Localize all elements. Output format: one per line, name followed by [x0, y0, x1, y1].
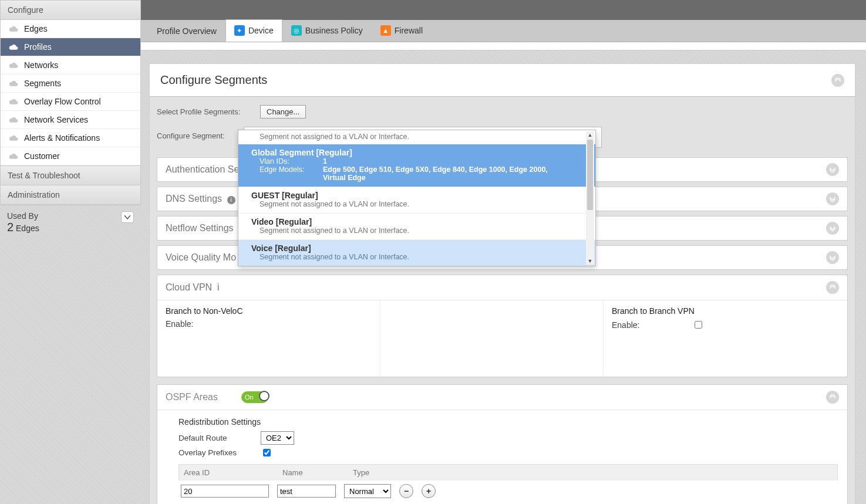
dropdown-item-sub: Segment not assigned to a VLAN or Interf…: [251, 253, 589, 261]
dropdown-item-video[interactable]: Video [Regular] Segment not assigned to …: [238, 214, 595, 240]
sidebar-item-label: Overlay Flow Control: [24, 97, 101, 106]
ospf-areas-panel: OSPF Areas On Redistribution Settings: [157, 384, 848, 504]
expand-button[interactable]: [826, 222, 839, 235]
collapse-button[interactable]: [826, 281, 839, 294]
dropdown-item-title: Global Segment [Regular]: [251, 148, 589, 157]
info-icon: i: [217, 282, 220, 292]
configure-segment-label: Configure Segment:: [157, 127, 244, 140]
sidebar-item-overlay-flow-control[interactable]: Overlay Flow Control: [1, 93, 140, 111]
expand-button[interactable]: [826, 251, 839, 264]
cloud-icon: [9, 25, 18, 32]
col-area-id: Area ID: [179, 465, 278, 481]
sidebar-item-segments[interactable]: Segments: [1, 75, 140, 93]
select-profile-segments-label: Select Profile Segments:: [157, 107, 244, 116]
sidebar-item-label: Network Services: [24, 115, 88, 124]
tab-firewall[interactable]: ▲ Firewall: [372, 19, 432, 42]
vpn-col-title: Branch to Non-VeloC: [166, 306, 372, 316]
cloud-icon: [9, 62, 18, 69]
sidebar-item-edges[interactable]: Edges: [1, 20, 140, 38]
cloud-icon: [9, 98, 18, 105]
area-id-input[interactable]: [181, 485, 269, 498]
chevron-up-icon: [835, 77, 841, 83]
cloud-vpn-panel: Cloud VPN i Branch to Non-VeloC Enable: …: [157, 275, 848, 377]
scroll-thumb[interactable]: [587, 140, 593, 210]
top-bar: [141, 0, 866, 20]
branch-to-branch-enable-checkbox[interactable]: [695, 321, 702, 329]
add-row-button[interactable]: +: [422, 484, 436, 498]
sidebar-item-networks[interactable]: Networks: [1, 56, 140, 75]
cloud-icon: [9, 80, 18, 87]
area-type-select[interactable]: Normal: [344, 484, 391, 498]
dropdown-item-sub: Segment not assigned to a VLAN or Interf…: [251, 200, 589, 208]
chevron-down-icon: [124, 215, 130, 219]
dropdown-item-global-segment[interactable]: Global Segment [Regular] Vlan IDs: 1 Edg…: [238, 144, 595, 187]
col-name: Name: [278, 465, 348, 481]
dropdown-item-voice[interactable]: Voice [Regular] Segment not assigned to …: [238, 240, 595, 266]
sidebar-item-alerts-notifications[interactable]: Alerts & Notifications: [1, 129, 140, 147]
edge-models-label: Edge Models:: [260, 165, 323, 182]
col-type: Type: [348, 465, 401, 481]
panel-title: Configure Segments: [160, 73, 267, 87]
sidebar-item-label: Networks: [24, 60, 58, 70]
accordion-label: Netflow Settings: [166, 223, 234, 233]
sidebar-header-test-troubleshoot[interactable]: Test & Troubleshoot: [1, 165, 140, 185]
tab-device[interactable]: ✦ Device: [225, 19, 282, 42]
toggle-knob-icon: [259, 391, 269, 401]
chevron-up-icon: [830, 394, 835, 400]
minus-icon: −: [404, 486, 409, 496]
tab-bar: Profile Overview ✦ Device ◎ Business Pol…: [141, 20, 866, 42]
tab-business-policy[interactable]: ◎ Business Policy: [282, 19, 372, 42]
enable-label: Enable:: [612, 320, 639, 330]
sidebar-item-label: Profiles: [24, 42, 52, 52]
dropdown-item-title: Voice [Regular]: [251, 243, 589, 253]
dropdown-scrollbar[interactable]: ▲ ▼: [586, 131, 594, 265]
configure-segments-panel: Configure Segments Select Profile Segmen…: [149, 63, 855, 504]
business-policy-icon: ◎: [291, 25, 302, 36]
overlay-prefixes-checkbox[interactable]: [263, 449, 271, 456]
change-button[interactable]: Change...: [260, 105, 306, 119]
sidebar-item-customer[interactable]: Customer: [1, 147, 140, 165]
ospf-title: OSPF Areas: [166, 392, 218, 402]
plus-icon: +: [426, 486, 431, 496]
area-name-input[interactable]: [277, 485, 336, 498]
cloud-icon: [9, 116, 18, 123]
vpn-column-middle: [380, 300, 604, 377]
tab-label: Profile Overview: [157, 26, 217, 36]
sidebar-header-administration[interactable]: Administration: [1, 185, 140, 205]
main-content: Profile Overview ✦ Device ◎ Business Pol…: [141, 0, 866, 504]
used-by-expand-button[interactable]: [121, 211, 134, 223]
tab-label: Device: [248, 26, 274, 35]
table-row: Normal − +: [178, 481, 838, 502]
vpn-col-title: Branch to Branch VPN: [612, 306, 839, 316]
vpn-column-branch-nonvelo: Branch to Non-VeloC Enable:: [157, 300, 380, 377]
ospf-areas-table: Area ID Name Type Normal − +: [178, 464, 838, 502]
vpn-column-branch-branch: Branch to Branch VPN Enable:: [604, 300, 847, 377]
segment-dropdown: Segment not assigned to a VLAN or Interf…: [238, 130, 596, 266]
sidebar-item-profiles[interactable]: Profiles: [1, 38, 140, 56]
info-icon: i: [227, 196, 235, 204]
sidebar-item-network-services[interactable]: Network Services: [1, 111, 140, 129]
used-by-section: Used By 2 Edges: [0, 205, 141, 269]
redistribution-settings-label: Redistribution Settings: [178, 417, 838, 427]
tab-profile-overview[interactable]: Profile Overview: [148, 21, 225, 42]
used-by-count: 2: [7, 221, 14, 234]
ospf-toggle[interactable]: On: [241, 391, 268, 403]
vlan-ids-label: Vlan IDs:: [260, 157, 323, 165]
overlay-prefixes-label: Overlay Prefixes: [178, 448, 261, 457]
dropdown-item-guest[interactable]: GUEST [Regular] Segment not assigned to …: [238, 187, 595, 214]
remove-row-button[interactable]: −: [399, 484, 413, 498]
sidebar-item-label: Edges: [24, 24, 48, 33]
tab-label: Firewall: [395, 26, 423, 35]
device-icon: ✦: [234, 25, 245, 36]
dropdown-item-sub: Segment not assigned to a VLAN or Interf…: [251, 226, 589, 235]
expand-button[interactable]: [826, 192, 839, 205]
sidebar-header-configure[interactable]: Configure: [1, 0, 140, 20]
cloud-icon: [9, 153, 18, 160]
default-route-select[interactable]: OE2: [261, 431, 294, 445]
expand-button[interactable]: [826, 163, 839, 176]
collapse-button[interactable]: [831, 74, 844, 87]
chevron-down-icon: [830, 255, 835, 261]
collapse-button[interactable]: [826, 391, 839, 404]
chevron-down-icon: [830, 196, 835, 202]
used-by-label: Used By: [7, 211, 39, 221]
